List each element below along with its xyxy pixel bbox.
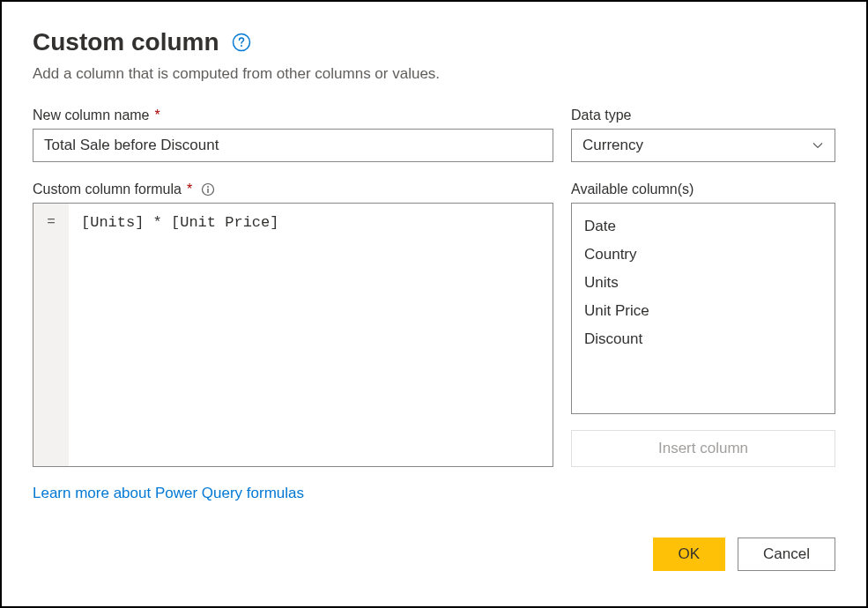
cancel-button[interactable]: Cancel — [738, 538, 835, 571]
dialog-subtitle: Add a column that is computed from other… — [33, 65, 835, 83]
new-column-name-label-text: New column name — [33, 108, 150, 123]
data-type-select[interactable]: Currency — [571, 129, 835, 162]
column-item-country[interactable]: Country — [584, 241, 822, 269]
learn-more-link[interactable]: Learn more about Power Query formulas — [33, 485, 304, 502]
new-column-name-input[interactable] — [33, 129, 553, 162]
dialog-title: Custom column — [33, 28, 219, 56]
ok-button[interactable]: OK — [653, 538, 726, 571]
column-item-discount[interactable]: Discount — [584, 325, 822, 353]
required-marker: * — [187, 182, 192, 197]
formula-label: Custom column formula * — [33, 182, 553, 197]
svg-rect-4 — [207, 189, 208, 193]
info-icon[interactable] — [201, 182, 215, 196]
available-columns-label: Available column(s) — [571, 182, 835, 197]
required-marker: * — [155, 108, 160, 123]
column-item-date[interactable]: Date — [584, 212, 822, 241]
data-type-label: Data type — [571, 108, 835, 123]
new-column-name-label: New column name * — [33, 108, 553, 123]
formula-label-text: Custom column formula — [33, 182, 182, 197]
column-item-unit-price[interactable]: Unit Price — [584, 297, 822, 325]
chevron-down-icon — [812, 139, 824, 152]
column-item-units[interactable]: Units — [584, 269, 822, 297]
svg-point-3 — [207, 186, 209, 188]
svg-point-1 — [241, 45, 242, 47]
insert-column-button[interactable]: Insert column — [571, 430, 835, 467]
help-icon[interactable] — [232, 33, 251, 52]
formula-editor[interactable]: = [Units] * [Unit Price] — [33, 203, 553, 467]
available-columns-list: Date Country Units Unit Price Discount — [571, 203, 835, 414]
formula-gutter: = — [33, 204, 69, 466]
formula-text[interactable]: [Units] * [Unit Price] — [69, 204, 553, 466]
data-type-value: Currency — [582, 137, 643, 154]
